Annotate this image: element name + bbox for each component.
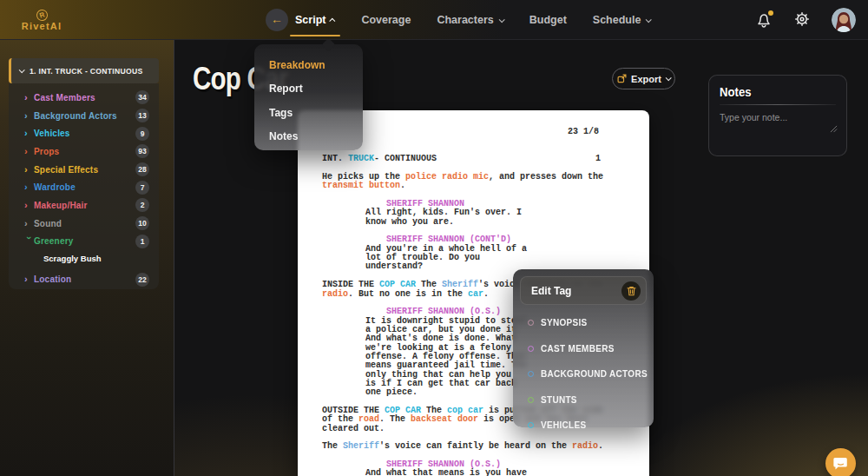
tagged-word-prop[interactable]: road [358, 414, 379, 424]
tag-option-background-actors[interactable]: BACKGROUND ACTORS [513, 361, 654, 387]
category-label: Vehicles [34, 129, 135, 138]
radio-circle-icon [528, 346, 534, 352]
radio-circle-icon [528, 422, 534, 428]
count-badge: 7 [135, 181, 149, 195]
tag-option-stunts[interactable]: STUNTS [513, 387, 654, 413]
category-special-effects[interactable]: ›Special Effects28 [9, 161, 159, 179]
category-greenery[interactable]: ›Greenery1 [9, 233, 159, 251]
script-text: . But no one is in the [348, 289, 468, 299]
category-label: Sound [34, 219, 135, 228]
script-line: And what that means is you have [365, 469, 599, 476]
tagged-word-prop[interactable]: radio [322, 289, 348, 299]
back-button[interactable]: ← [266, 9, 288, 31]
app-logo[interactable]: R RivetAI [16, 5, 68, 31]
script-text: INSIDE THE [322, 280, 379, 289]
nav-item-budget[interactable]: Budget [529, 0, 567, 40]
menu-item-report[interactable]: Report [254, 77, 363, 102]
gear-icon [793, 10, 811, 28]
menu-item-tags[interactable]: Tags [254, 101, 363, 125]
nav-item-script[interactable]: Script [295, 0, 335, 40]
radio-circle-icon [528, 320, 534, 326]
category-props[interactable]: ›Props93 [9, 142, 159, 161]
export-button[interactable]: Export [612, 68, 675, 89]
script-text: . The [379, 414, 411, 424]
script-text: know who you are. [365, 217, 454, 227]
chevron-down-icon: › [24, 236, 34, 246]
tagged-word-prop[interactable]: radio [572, 441, 598, 451]
scene-header[interactable]: 1. INT. TRUCK - CONTINUOUS [9, 58, 159, 83]
script-text: He picks up the [322, 172, 405, 182]
tagged-word-prop[interactable]: transmit button [322, 181, 400, 190]
nav-item-schedule[interactable]: Schedule [593, 0, 651, 40]
nav-item-coverage[interactable]: Coverage [361, 0, 411, 40]
category-location[interactable]: ›Location22 [9, 270, 159, 288]
tagged-word-vehicle[interactable]: COP CAR [379, 280, 416, 289]
edit-tag-header[interactable]: Edit Tag [520, 276, 647, 305]
script-text: understand? [365, 261, 423, 271]
tag-option-cast-members[interactable]: CAST MEMBERS [513, 336, 654, 362]
chat-button[interactable] [825, 448, 856, 476]
category-vehicles[interactable]: ›Vehicles9 [9, 124, 159, 142]
script-text: All right, kids. Fun's over. I [365, 208, 522, 217]
tagged-word-cast[interactable]: SHERIFF SHANNON [386, 199, 464, 208]
tagged-word-vehicle[interactable]: COP CAR [385, 406, 421, 415]
category-sound[interactable]: ›Sound10 [9, 215, 159, 233]
script-text: only thing that can help you [365, 370, 511, 380]
category-label: Props [34, 147, 135, 156]
tag-option-label: VEHICLES [541, 420, 586, 430]
chevron-right-icon: › [24, 93, 34, 102]
category-label: Greenery [34, 236, 135, 246]
menu-item-notes[interactable]: Notes [254, 125, 363, 149]
count-badge: 2 [135, 198, 149, 212]
user-avatar[interactable] [832, 8, 856, 32]
category-makeup-hair[interactable]: ›Makeup/Hair2 [9, 196, 159, 215]
chevron-down-icon [666, 75, 672, 81]
script-text: - CONTINUOUS [374, 154, 437, 163]
tag-option-label: CAST MEMBERS [541, 344, 615, 354]
tag-item-scraggly-bush[interactable]: Scraggly Bush [9, 250, 159, 267]
tagged-word-vehicle[interactable]: cop car [447, 406, 483, 415]
category-label: Background Actors [34, 111, 135, 121]
nav-item-characters[interactable]: Characters [437, 0, 503, 40]
chevron-up-icon [330, 17, 336, 23]
chevron-right-icon: › [24, 129, 34, 138]
settings-button[interactable] [793, 10, 812, 30]
category-background-actors[interactable]: ›Background Actors13 [9, 107, 159, 125]
script-line: INT. TRUCK- CONTINUOUS1 [322, 155, 599, 163]
delete-tag-button[interactable] [621, 281, 641, 301]
active-tab-underline [290, 35, 340, 36]
notifications-button[interactable] [755, 10, 774, 30]
script-text: OUTSIDE THE [322, 406, 385, 415]
menu-item-breakdown[interactable]: Breakdown [254, 53, 363, 77]
tagged-word-cast[interactable]: SHERIFF SHANNON (CONT'D) [386, 235, 511, 244]
script-text: The [322, 441, 343, 451]
tagged-word-vehicle[interactable]: TRUCK [348, 154, 374, 163]
note-input[interactable] [720, 112, 836, 145]
category-cast-members[interactable]: ›Cast Members34 [9, 89, 159, 107]
tag-options: SYNOPSISCAST MEMBERSBACKGROUND ACTORSSTU… [513, 310, 654, 439]
tagged-word-cast[interactable]: SHERIFF SHANNON (O.S.) [386, 307, 501, 316]
tagged-word-sheriff[interactable]: Sheriff [442, 280, 478, 289]
script-text: is if I can get that car back [365, 379, 516, 388]
tag-option-synopsis[interactable]: SYNOPSIS [513, 310, 654, 336]
script-text: . [400, 181, 405, 190]
chevron-right-icon: › [24, 201, 34, 210]
tagged-word-prop[interactable]: backseat door [411, 414, 478, 424]
category-wardrobe[interactable]: ›Wardrobe7 [9, 178, 159, 196]
menu-items: BreakdownReportTagsNotes [254, 53, 363, 149]
script-text: lot of trouble. Do you [365, 253, 480, 262]
tagged-word-cast[interactable]: SHERIFF SHANNON (O.S.) [386, 459, 501, 469]
tagged-word-vehicle[interactable]: car [468, 289, 483, 299]
tag-option-vehicles[interactable]: VEHICLES [513, 413, 654, 439]
count-badge: 34 [135, 90, 149, 104]
tagged-word-sheriff[interactable]: Sheriff [343, 441, 379, 451]
tagged-word-prop[interactable]: police radio mic [405, 172, 489, 182]
edit-tag-popup: Edit Tag SYNOPSISCAST MEMBERSBACKGROUND … [513, 269, 654, 427]
resize-handle-icon[interactable] [830, 125, 838, 133]
chevron-down-icon [19, 67, 25, 73]
category-label: Wardrobe [34, 182, 135, 192]
script-text: of the [322, 414, 358, 424]
sidebar-divider [174, 40, 174, 476]
chevron-right-icon: › [24, 219, 34, 228]
nav-item-label: Coverage [361, 14, 411, 26]
